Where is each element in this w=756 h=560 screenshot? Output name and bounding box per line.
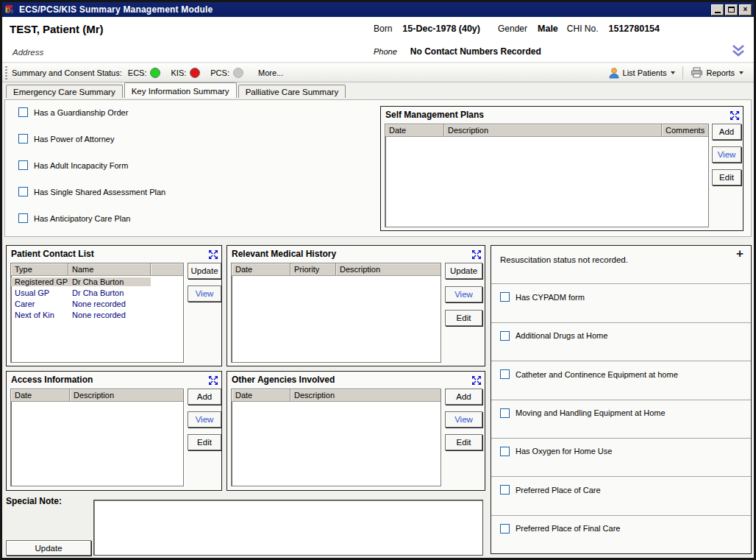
update-button[interactable]: Update: [188, 263, 221, 279]
title-bar: ECS/PCS/KIS Summary Management Module ×: [2, 2, 754, 17]
checkbox-oxygen-home-use[interactable]: [500, 447, 510, 456]
special-note-label: Special Note:: [6, 496, 62, 506]
toolbar-separator: [682, 66, 683, 79]
checkbox-power-of-attorney[interactable]: [18, 134, 28, 143]
list-patients-label: List Patients: [623, 68, 667, 77]
tab-key-information-summary[interactable]: Key Information Summary: [124, 82, 237, 98]
column-header[interactable]: Type: [11, 263, 68, 275]
checkbox-moving-handling-equipment[interactable]: [500, 408, 510, 418]
medical-history-table[interactable]: Date Priority Description: [231, 263, 441, 363]
expand-icon[interactable]: [209, 250, 218, 259]
minimize-icon[interactable]: [711, 4, 724, 15]
pcs-status-indicator: [233, 68, 243, 78]
flag-label: Preferred Place of Care: [516, 486, 601, 495]
column-header[interactable]: Date: [232, 389, 290, 401]
checkbox-cypadm-form[interactable]: [500, 292, 510, 302]
flag-label: Has Anticipatory Care Plan: [34, 214, 130, 223]
patient-name: TEST, Patient (Mr): [10, 23, 104, 35]
table-row[interactable]: Usual GP Dr Cha Burton: [11, 287, 183, 298]
access-information-table[interactable]: Date Description: [10, 389, 184, 486]
add-button[interactable]: Add: [445, 389, 482, 405]
edit-button[interactable]: Edit: [445, 434, 482, 450]
more-button[interactable]: More...: [258, 68, 283, 77]
printer-icon: [691, 67, 703, 78]
column-header[interactable]: Description: [444, 124, 662, 136]
checkbox-anticipatory-care-plan[interactable]: [18, 213, 28, 223]
access-information-panel: Access Information Date Description Add …: [6, 371, 222, 491]
born-label: Born: [374, 24, 392, 34]
column-header[interactable]: Date: [232, 263, 290, 275]
address-label: Address: [13, 48, 43, 57]
view-button[interactable]: View: [188, 411, 221, 428]
reports-button[interactable]: Reports: [686, 65, 748, 79]
window-title: ECS/PCS/KIS Summary Management Module: [19, 4, 710, 15]
view-button[interactable]: View: [712, 146, 741, 163]
self-management-plans-panel: Self Management Plans Date Description C…: [380, 106, 743, 231]
phone-value: No Contact Numbers Recorded: [410, 46, 541, 57]
edit-button[interactable]: Edit: [712, 169, 741, 185]
update-button[interactable]: Update: [445, 263, 482, 279]
table-row[interactable]: Next of Kin None recorded: [11, 309, 183, 320]
special-note-update-button[interactable]: Update: [6, 540, 91, 556]
column-header[interactable]: Name: [68, 263, 151, 275]
flag-label: Has Power of Attorney: [34, 135, 114, 143]
status-toolbar: Summary and Consent Status: ECS: KIS: PC…: [2, 63, 754, 82]
checkbox-guardianship-order[interactable]: [18, 107, 28, 117]
flag-label: Has Single Shared Assessment Plan: [34, 188, 165, 196]
list-patients-button[interactable]: List Patients: [604, 65, 680, 80]
add-button[interactable]: Add: [188, 389, 221, 405]
special-note-input[interactable]: [93, 500, 483, 556]
checkbox-additional-drugs-at-home[interactable]: [500, 331, 510, 341]
checkbox-single-shared-assessment-plan[interactable]: [18, 187, 28, 196]
expand-icon[interactable]: [730, 111, 739, 120]
resuscitation-panel: Resuscitation status not recorded. + Has…: [491, 245, 752, 554]
chevron-double-down-icon[interactable]: [732, 45, 745, 57]
expand-icon[interactable]: [209, 376, 218, 385]
column-header[interactable]: Description: [290, 389, 441, 401]
born-value: 15-Dec-1978 (40y): [402, 24, 480, 34]
checkbox-catheter-continence-equipment[interactable]: [500, 369, 510, 379]
kis-label: KIS:: [171, 68, 186, 77]
pcs-label: PCS:: [210, 68, 229, 77]
other-agencies-table[interactable]: Date Description: [231, 389, 441, 486]
column-header[interactable]: Date: [11, 389, 70, 401]
panel-title: Patient Contact List: [11, 249, 94, 259]
expand-icon[interactable]: [472, 250, 481, 259]
checkbox-adult-incapacity-form[interactable]: [18, 160, 28, 170]
resuscitation-status-section: Resuscitation status not recorded. +: [491, 246, 751, 284]
patient-contact-table[interactable]: Type Name Registered GP Dr Cha Burton Us…: [10, 263, 184, 363]
close-icon[interactable]: ×: [739, 4, 752, 15]
patient-demographics: Born 15-Dec-1978 (40y) Gender Male CHI N…: [374, 24, 677, 34]
add-resuscitation-button[interactable]: +: [736, 247, 743, 260]
view-button[interactable]: View: [445, 286, 482, 302]
ecs-label: ECS:: [128, 68, 147, 77]
column-header[interactable]: Comments: [662, 124, 708, 136]
add-button[interactable]: Add: [712, 124, 741, 140]
column-header[interactable]: Priority: [290, 263, 336, 275]
checkbox-preferred-place-of-care[interactable]: [500, 485, 510, 495]
column-header[interactable]: Description: [336, 263, 441, 275]
edit-button[interactable]: Edit: [188, 434, 221, 450]
column-header[interactable]: Description: [70, 389, 183, 401]
maximize-icon[interactable]: [725, 4, 738, 15]
tab-emergency-care-summary[interactable]: Emergency Care Summary: [6, 85, 123, 98]
relevant-medical-history-panel: Relevant Medical History Date Priority D…: [227, 245, 485, 366]
view-button[interactable]: View: [445, 411, 482, 428]
table-row[interactable]: Carer None recorded: [11, 298, 183, 309]
other-agencies-panel: Other Agencies Involved Date Description…: [227, 371, 485, 491]
panel-title: Self Management Plans: [385, 110, 484, 120]
chevron-down-icon: [739, 71, 743, 74]
self-management-plans-table[interactable]: Date Description Comments: [385, 124, 709, 227]
flag-label: Has a Guardianship Order: [34, 108, 128, 117]
tab-palliative-care-summary[interactable]: Palliative Care Summary: [238, 85, 346, 98]
toolbar-grip-handle[interactable]: [5, 66, 7, 79]
view-button[interactable]: View: [188, 286, 221, 302]
column-header[interactable]: Date: [385, 124, 444, 136]
resuscitation-status-text: Resuscitation status not recorded.: [500, 255, 628, 264]
expand-icon[interactable]: [472, 376, 481, 385]
table-row[interactable]: Registered GP Dr Cha Burton: [11, 276, 183, 287]
flag-label: Has CYPADM form: [516, 293, 585, 302]
kis-status-indicator: [190, 68, 200, 78]
checkbox-preferred-place-of-final-care[interactable]: [500, 524, 510, 534]
edit-button[interactable]: Edit: [445, 310, 482, 326]
